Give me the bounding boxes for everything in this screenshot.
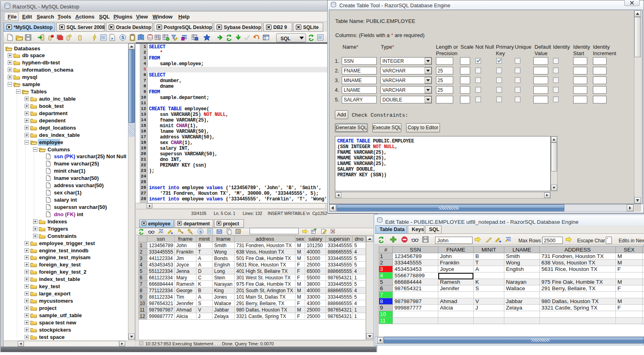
- svg-text:S: S: [199, 229, 202, 234]
- svg-text:S: S: [122, 35, 124, 40]
